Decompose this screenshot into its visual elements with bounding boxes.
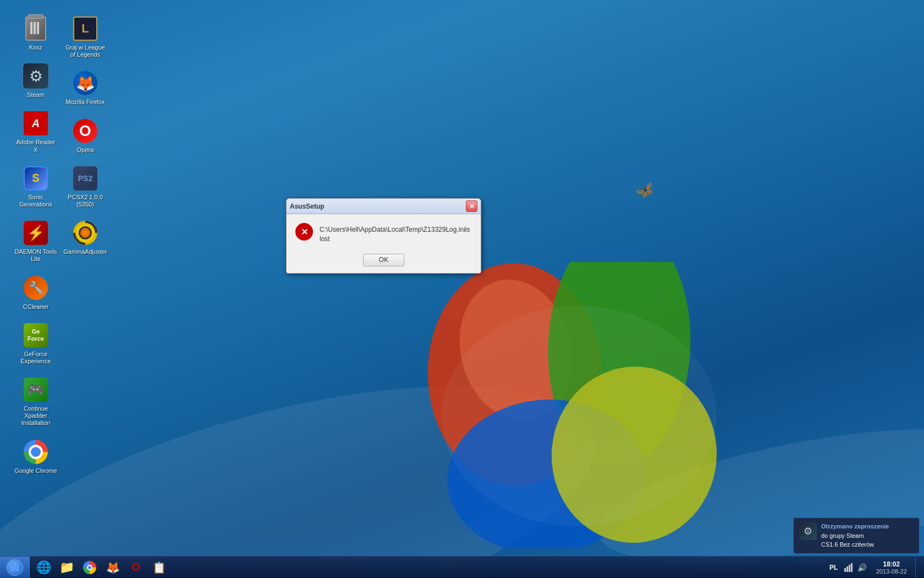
notification-text: Otrzymano zaproszenie do grupy Steam CS1… bbox=[821, 522, 889, 549]
error-icon bbox=[295, 223, 313, 241]
notification-steam-icon: ⚙ bbox=[799, 522, 817, 540]
dialog-title: AsusSetup bbox=[290, 203, 324, 210]
dialog-close-button[interactable]: ✕ bbox=[466, 200, 477, 212]
dialog-message: C:\Users\Hell\AppData\Local\Temp\Z13329L… bbox=[320, 223, 472, 244]
asussetup-dialog: AsusSetup ✕ C:\Users\Hell\AppData\Local\… bbox=[286, 198, 481, 274]
dialog-body: C:\Users\Hell\AppData\Local\Temp\Z13329L… bbox=[287, 214, 481, 249]
dialog-overlay: AsusSetup ✕ C:\Users\Hell\AppData\Local\… bbox=[0, 0, 924, 578]
notification-title: Otrzymano zaproszenie bbox=[821, 522, 889, 531]
dialog-footer: OK bbox=[287, 249, 481, 273]
steam-notification-popup[interactable]: ⚙ Otrzymano zaproszenie do grupy Steam C… bbox=[793, 517, 920, 554]
notification-line1: do grupy Steam bbox=[821, 532, 889, 540]
dialog-titlebar: AsusSetup ✕ bbox=[287, 199, 481, 214]
ok-button[interactable]: OK bbox=[363, 254, 404, 266]
desktop: 🦋 Kosz Steam A Adobe Reader X S bbox=[0, 0, 924, 578]
notification-line2: CS1.6 Bez cziterów bbox=[821, 541, 889, 549]
